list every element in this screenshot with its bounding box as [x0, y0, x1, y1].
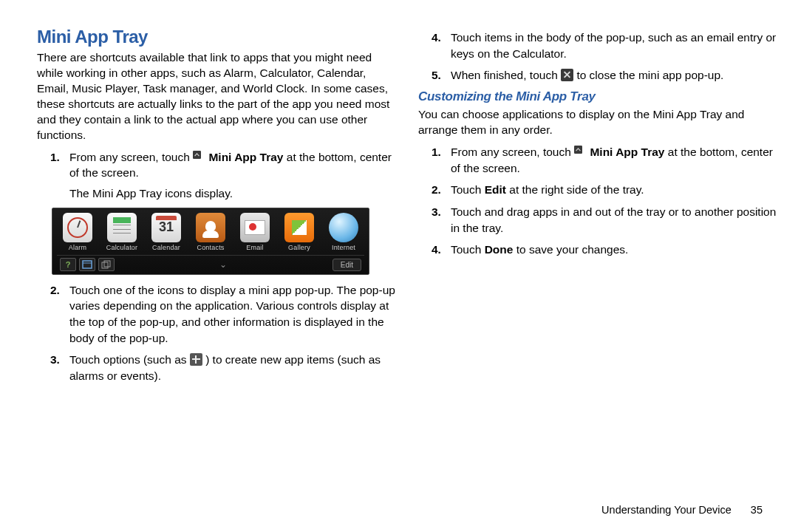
left-column: Mini App Tray There are shortcuts availa…: [37, 27, 396, 517]
tray-app-internet: Internet: [323, 213, 364, 253]
r2-a: Touch: [451, 183, 485, 196]
tray-apps-row: Alarm Calculator 31Calendar Contacts Ema…: [57, 213, 364, 253]
step-number: 1.: [432, 144, 441, 160]
page-number: 35: [751, 504, 763, 516]
step-number: 2.: [432, 182, 441, 198]
tray-bottom-row: ? ⌄ Edit: [57, 255, 364, 274]
right-intro: You can choose applications to display o…: [418, 107, 777, 138]
svg-rect-3: [102, 262, 108, 268]
step-number: 4.: [432, 242, 441, 258]
gallery-icon: [284, 213, 314, 242]
r-step-4: 4. Touch Done to save your changes.: [436, 242, 777, 258]
tray-app-alarm: Alarm: [57, 213, 98, 253]
step-5-text-b: to close the mini app pop-up.: [576, 69, 723, 81]
calendar-day: 31: [151, 213, 181, 242]
step-3: 3. Touch options (such as ) to create ne…: [55, 352, 396, 383]
tray-label: Contacts: [190, 244, 231, 251]
tray-label: Calendar: [146, 244, 187, 251]
chevron-down-icon: ⌄: [115, 259, 332, 270]
r-step-3: 3. Touch and drag apps in and out of the…: [436, 204, 777, 236]
tray-label: Alarm: [57, 244, 98, 251]
tray-label: Gallery: [279, 244, 320, 251]
step-1-after: The Mini App Tray icons display.: [69, 185, 396, 202]
step-5-text-a: When finished, touch: [451, 69, 561, 81]
contacts-icon: [196, 213, 225, 242]
manual-page: Mini App Tray There are shortcuts availa…: [0, 0, 798, 532]
tray-app-gallery: Gallery: [279, 213, 320, 253]
step-2: 2. Touch one of the icons to display a m…: [55, 282, 396, 347]
mini-app-tray-icon: [574, 146, 587, 158]
svg-rect-1: [83, 261, 92, 268]
svg-rect-4: [104, 261, 110, 267]
steps-left-continued: 2. Touch one of the icons to display a m…: [55, 282, 396, 384]
plus-icon: [190, 353, 202, 366]
page-footer: Understanding Your Device 35: [601, 504, 763, 516]
steps-right: 1. From any screen, touch Mini App Tray …: [436, 144, 777, 258]
tray-label: Internet: [323, 244, 364, 251]
copy-icon: [98, 258, 115, 271]
help-icon: ?: [60, 258, 76, 271]
step-number: 3.: [432, 204, 441, 220]
step-4: 4. Touch items in the body of the pop-up…: [436, 30, 777, 61]
internet-icon: [329, 213, 358, 242]
edit-button: Edit: [332, 259, 361, 271]
r4-a: Touch: [451, 243, 485, 256]
r-step-2: 2. Touch Edit at the right side of the t…: [436, 182, 777, 198]
tray-app-calculator: Calculator: [101, 213, 143, 253]
step-1: 1. From any screen, touch Mini App Tray …: [55, 149, 396, 202]
step-number: 5.: [432, 67, 441, 83]
intro-paragraph: There are shortcuts available that link …: [37, 50, 396, 143]
steps-left: 1. From any screen, touch Mini App Tray …: [55, 149, 396, 202]
step-1-bold: Mini App Tray: [208, 151, 283, 163]
calculator-icon: [107, 213, 137, 242]
right-column: 4. Touch items in the body of the pop-up…: [418, 27, 777, 517]
step-2-text: Touch one of the icons to display a mini…: [69, 284, 395, 344]
email-icon: [240, 213, 270, 242]
r3-text: Touch and drag apps in and out of the tr…: [451, 205, 776, 234]
r2-bold: Edit: [485, 183, 506, 196]
step-number: 3.: [50, 352, 60, 368]
chapter-title: Understanding Your Device: [601, 504, 732, 516]
step-number: 4.: [432, 30, 441, 46]
close-icon: [561, 69, 573, 81]
step-3-text-a: Touch options (such as: [69, 353, 190, 366]
r2-b: at the right side of the tray.: [509, 183, 644, 196]
r4-bold: Done: [485, 243, 514, 256]
step-5: 5. When finished, touch to close the min…: [436, 67, 777, 83]
step-number: 1.: [50, 149, 60, 166]
tray-label: Email: [234, 244, 276, 251]
mini-app-tray-screenshot: Alarm Calculator 31Calendar Contacts Ema…: [52, 208, 369, 275]
alarm-icon: [63, 213, 92, 242]
mini-app-tray-icon: [193, 151, 205, 163]
tray-app-email: Email: [234, 213, 276, 253]
r-step-1: 1. From any screen, touch Mini App Tray …: [436, 144, 777, 176]
window-icon: [79, 258, 95, 271]
step-4-text: Touch items in the body of the pop-up, s…: [451, 31, 776, 60]
r4-b: to save your changes.: [516, 243, 629, 256]
calendar-icon: 31: [151, 213, 181, 242]
subsection-heading: Customizing the Mini App Tray: [418, 89, 777, 104]
r1-a: From any screen, touch: [451, 146, 574, 158]
step-number: 2.: [50, 282, 60, 299]
tray-label: Calculator: [101, 244, 143, 251]
steps-right-top: 4. Touch items in the body of the pop-up…: [436, 30, 777, 83]
r1-bold: Mini App Tray: [590, 146, 664, 158]
tray-app-contacts: Contacts: [190, 213, 231, 253]
section-heading: Mini App Tray: [37, 27, 396, 47]
step-1-text-a: From any screen, touch: [69, 151, 193, 163]
svg-rect-0: [193, 151, 201, 159]
svg-rect-5: [574, 146, 582, 154]
tray-app-calendar: 31Calendar: [146, 213, 187, 253]
